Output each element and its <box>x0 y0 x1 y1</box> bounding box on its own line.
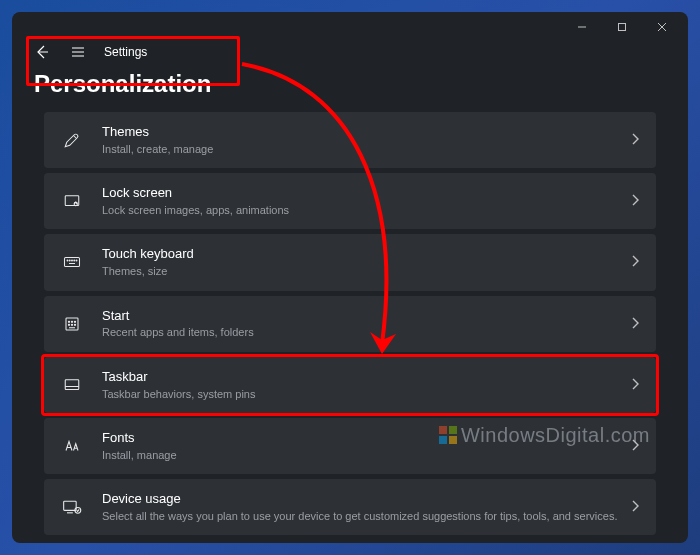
item-subtitle: Themes, size <box>102 264 620 278</box>
svg-point-15 <box>74 261 75 262</box>
item-subtitle: Recent apps and items, folders <box>102 325 620 339</box>
item-title: Taskbar <box>102 369 620 386</box>
item-device-usage[interactable]: Device usage Select all the ways you pla… <box>44 479 656 535</box>
item-fonts[interactable]: Fonts Install, manage <box>44 418 656 474</box>
page-title: Personalization <box>12 66 688 112</box>
item-subtitle: Taskbar behaviors, system pins <box>102 387 620 401</box>
themes-icon <box>60 131 84 149</box>
close-button[interactable] <box>642 13 682 41</box>
svg-line-8 <box>74 136 77 139</box>
svg-point-14 <box>72 261 73 262</box>
item-taskbar[interactable]: Taskbar Taskbar behaviors, system pins <box>44 357 656 413</box>
item-start[interactable]: Start Recent apps and items, folders <box>44 296 656 352</box>
chevron-right-icon <box>630 315 640 333</box>
item-subtitle: Lock screen images, apps, animations <box>102 203 620 217</box>
svg-point-21 <box>74 321 75 322</box>
svg-point-13 <box>69 261 70 262</box>
item-title: Device usage <box>102 491 620 508</box>
svg-point-24 <box>74 324 75 325</box>
taskbar-icon <box>60 376 84 394</box>
svg-point-23 <box>71 324 72 325</box>
svg-rect-1 <box>619 24 626 31</box>
svg-rect-26 <box>65 380 79 390</box>
chevron-right-icon <box>630 253 640 271</box>
chevron-right-icon <box>630 131 640 149</box>
item-title: Touch keyboard <box>102 246 620 263</box>
app-title: Settings <box>104 45 147 59</box>
item-subtitle: Install, manage <box>102 448 620 462</box>
svg-point-22 <box>68 324 69 325</box>
lock-screen-icon <box>60 192 84 210</box>
svg-rect-28 <box>64 501 76 510</box>
svg-point-20 <box>71 321 72 322</box>
svg-rect-11 <box>65 258 80 267</box>
chevron-right-icon <box>630 437 640 455</box>
item-subtitle: Install, create, manage <box>102 142 620 156</box>
svg-point-12 <box>67 261 68 262</box>
minimize-button[interactable] <box>562 13 602 41</box>
item-title: Lock screen <box>102 185 620 202</box>
item-title: Themes <box>102 124 620 141</box>
chevron-right-icon <box>630 192 640 210</box>
start-icon <box>60 315 84 333</box>
item-themes[interactable]: Themes Install, create, manage <box>44 112 656 168</box>
titlebar <box>12 12 688 42</box>
fonts-icon <box>60 437 84 455</box>
back-button[interactable] <box>32 42 52 62</box>
item-subtitle: Select all the ways you plan to use your… <box>102 509 620 523</box>
nav-row: Settings <box>12 42 688 66</box>
item-lock-screen[interactable]: Lock screen Lock screen images, apps, an… <box>44 173 656 229</box>
item-title: Start <box>102 308 620 325</box>
chevron-right-icon <box>630 376 640 394</box>
item-title: Fonts <box>102 430 620 447</box>
svg-point-16 <box>76 261 77 262</box>
hamburger-icon[interactable] <box>68 42 88 62</box>
settings-window: Settings Personalization Themes Install,… <box>12 12 688 543</box>
maximize-button[interactable] <box>602 13 642 41</box>
keyboard-icon <box>60 253 84 271</box>
chevron-right-icon <box>630 498 640 516</box>
device-usage-icon <box>60 498 84 516</box>
svg-point-19 <box>68 321 69 322</box>
settings-list: Themes Install, create, manage Lock scre… <box>12 112 688 543</box>
item-touch-keyboard[interactable]: Touch keyboard Themes, size <box>44 234 656 290</box>
svg-rect-9 <box>65 196 79 206</box>
